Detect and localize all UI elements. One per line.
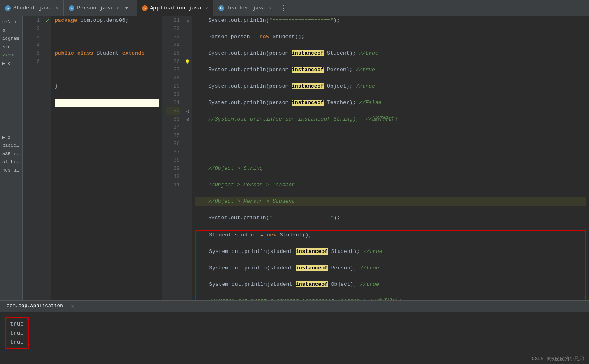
app-line-29 [195, 148, 586, 156]
student-java-pane: 1 2 3 4 5 6 ✓ package com.oop.demo06; pu… [23, 16, 162, 300]
tab-bar: C Student.java ✕ C Person.java ✕ ▾ C App… [0, 0, 589, 16]
gutter-30 [183, 41, 192, 49]
output-content: true true true CSDN @张皮皮的小兄弟 [0, 312, 589, 364]
output-tab-app[interactable]: com.oop.Application [3, 301, 66, 311]
tab-student[interactable]: C Student.java ✕ [0, 0, 64, 16]
app-line-32: //Object > Person > Student [195, 197, 586, 206]
tab-icon-teacher: C [218, 5, 224, 11]
main-content: D:\ID a icgram src ✓ com ▶ c ▶ z basicgr… [0, 16, 589, 300]
tab-label-person: Person.java [77, 5, 112, 11]
tab-close-student[interactable]: ✕ [56, 5, 59, 11]
gutter-36 [183, 90, 192, 99]
gutter-37 [183, 99, 192, 107]
ide-container: C Student.java ✕ C Person.java ✕ ▾ C App… [0, 0, 589, 364]
sidebar-item-ase[interactable]: aSE.iml [1, 150, 21, 158]
tab-close-person[interactable]: ✕ [116, 5, 119, 11]
application-java-pane: 21 22 23 24 25 26 27 28 29 30 31 32 33 3… [162, 16, 589, 300]
app-line-38: //System.out.println(student instanceof … [196, 297, 585, 300]
sidebar-item-a[interactable]: a [1, 26, 21, 35]
sidebar-item-nes[interactable]: nes anc [1, 166, 21, 174]
tab-close-application[interactable]: ✕ [205, 5, 208, 11]
sidebar-item-basicgr[interactable]: basicgr [1, 141, 21, 150]
student-line-3: public class Student extends [55, 49, 159, 58]
tab-person[interactable]: C Person.java ✕ ▾ [64, 0, 137, 16]
output-line-1: true [10, 320, 24, 329]
gutter-35 [183, 82, 192, 90]
tab-teacher[interactable]: C Teacher.java ✕ [213, 0, 277, 16]
gutter-32-bulb[interactable]: 💡 [183, 58, 192, 66]
tab-application[interactable]: C Application.java ✕ [137, 0, 213, 16]
app-line-24: System.out.println(person instanceof Per… [195, 66, 586, 74]
app-line-22: Person person = new Student(); [195, 33, 586, 41]
app-line-30: //Object > String [195, 165, 586, 173]
output-panel: com.oop.Application ✕ true true true CSD… [0, 300, 589, 364]
app-line-35: System.out.println(student instanceof St… [196, 248, 585, 256]
tab-icon-person: C [69, 5, 74, 11]
sidebar-item-z[interactable]: ▶ z [1, 133, 21, 141]
red-border-section: Student student = new Student(); System.… [195, 230, 586, 300]
sidebar-item-al-libra[interactable]: al Libra [1, 158, 21, 166]
app-line-37: System.out.println(student instanceof Ob… [196, 281, 585, 289]
app-line-27: //System.out.println(person instanceof S… [195, 115, 586, 123]
sidebar-item-icgram[interactable]: icgram [1, 35, 21, 43]
gutter-28 [183, 25, 192, 33]
sidebar-item-src[interactable]: src [1, 43, 21, 51]
tab-label-teacher: Teacher.java [227, 5, 265, 11]
app-line-21: System.out.println("==================")… [195, 16, 586, 25]
student-gutter: ✓ [43, 16, 51, 300]
student-line-5: } [55, 82, 159, 90]
app-line-34: Student student = new Student(); [196, 231, 585, 239]
gutter-27: ◁ [183, 16, 192, 25]
student-line-6 [55, 99, 159, 107]
output-tab-bar: com.oop.Application ✕ [0, 301, 589, 312]
app-line-28 [195, 132, 586, 140]
tab-label-application: Application.java [150, 5, 202, 11]
app-line-36: System.out.println(student instanceof Pe… [196, 264, 585, 272]
gutter-33 [183, 66, 192, 74]
output-results-box: true true true [5, 317, 29, 349]
sidebar-item-daid[interactable]: D:\ID [1, 18, 21, 26]
gutter-34 [183, 74, 192, 82]
app-gutter: ◁ 💡 ◁ ◁ [183, 16, 192, 300]
watermark: CSDN @张皮皮的小兄弟 [532, 355, 584, 362]
student-line-1: package com.oop.demo06; [55, 16, 159, 25]
student-line-2 [55, 33, 159, 41]
tab-icon-application: C [142, 5, 148, 11]
gutter-39: ◁ [183, 115, 192, 123]
sidebar-item-com[interactable]: ✓ com [1, 51, 21, 59]
app-line-26: System.out.println(person instanceof Tea… [195, 99, 586, 107]
gutter-tick: ✓ [43, 16, 51, 25]
tab-more-button[interactable]: ⋮ [277, 4, 290, 12]
output-line-3: true [10, 338, 24, 347]
student-line-4 [55, 66, 159, 74]
app-line-numbers: 21 22 23 24 25 26 27 28 29 30 31 32 33 3… [162, 16, 183, 300]
sidebar-item-c[interactable]: ▶ c [1, 59, 21, 67]
app-line-25: System.out.println(person instanceof Obj… [195, 82, 586, 90]
tab-dropdown[interactable]: ▾ [122, 5, 132, 12]
tab-icon-student: C [5, 5, 11, 11]
student-line-numbers: 1 2 3 4 5 6 [23, 16, 43, 300]
output-line-2: true [10, 329, 24, 338]
gutter-38: ◁ [183, 107, 192, 115]
sidebar: D:\ID a icgram src ✓ com ▶ c ▶ z basicgr… [0, 16, 23, 300]
app-line-33: System.out.println("==================")… [195, 214, 586, 222]
gutter-31 [183, 49, 192, 58]
application-code-area: 21 22 23 24 25 26 27 28 29 30 31 32 33 3… [162, 16, 589, 300]
app-line-23: System.out.println(person instanceof Stu… [195, 49, 586, 58]
tab-close-teacher[interactable]: ✕ [269, 5, 272, 11]
gutter-29 [183, 33, 192, 41]
student-code-editor: 1 2 3 4 5 6 ✓ package com.oop.demo06; pu… [23, 16, 162, 300]
tab-label-student: Student.java [13, 5, 52, 11]
output-tab-close[interactable]: ✕ [71, 304, 74, 309]
student-code-content[interactable]: package com.oop.demo06; public class Stu… [51, 16, 162, 300]
app-line-31: //Object > Person > Teacher [195, 181, 586, 189]
app-code-content[interactable]: System.out.println("==================")… [192, 16, 589, 300]
